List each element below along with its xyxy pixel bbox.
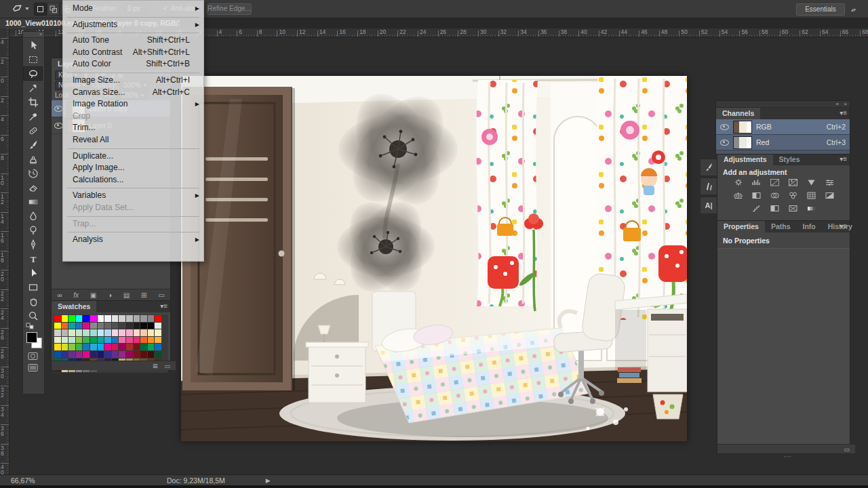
gradient-map-adjustment-icon[interactable] xyxy=(805,203,817,214)
color-swatch[interactable] xyxy=(83,315,90,322)
tab-swatches[interactable]: Swatches xyxy=(52,301,96,312)
status-options-arrow-icon[interactable]: ▶ xyxy=(266,477,271,484)
channel-visibility-eye-icon[interactable] xyxy=(720,140,729,146)
hand-tool[interactable] xyxy=(23,294,43,308)
new-layer-icon[interactable]: ⊞ xyxy=(141,291,146,299)
menu-item-analysis[interactable]: Analysis▶ xyxy=(63,234,203,246)
color-swatch[interactable] xyxy=(140,344,147,350)
color-swatch[interactable] xyxy=(134,315,140,322)
color-swatch[interactable] xyxy=(119,329,125,336)
lasso-tool[interactable] xyxy=(23,66,43,81)
new-selection-button[interactable] xyxy=(34,3,47,16)
photo-filter-adjustment-icon[interactable] xyxy=(768,190,781,201)
menu-item-auto-color[interactable]: Auto ColorShift+Ctrl+B xyxy=(63,58,203,70)
color-swatch[interactable] xyxy=(83,351,90,358)
pen-tool[interactable] xyxy=(23,237,43,251)
panel-menu-icon[interactable]: ▾≡ xyxy=(840,109,847,117)
color-swatch[interactable] xyxy=(54,315,61,322)
color-swatch[interactable] xyxy=(134,344,140,350)
color-swatch[interactable] xyxy=(126,329,133,336)
panel-menu-icon[interactable]: ▾≡ xyxy=(160,302,167,310)
color-swatch[interactable] xyxy=(119,315,125,322)
color-swatch[interactable] xyxy=(83,344,90,350)
color-swatch[interactable] xyxy=(140,351,147,358)
character-panel-collapsed-icon[interactable]: A| xyxy=(700,197,717,214)
path-selection-tool[interactable] xyxy=(23,266,43,280)
channel-mixer-adjustment-icon[interactable] xyxy=(787,190,799,201)
foreground-background-colors[interactable] xyxy=(23,330,43,350)
channel-visibility-eye-icon[interactable] xyxy=(720,124,729,130)
panel-menu-icon[interactable]: ▾≡ xyxy=(840,155,847,163)
color-swatch[interactable] xyxy=(90,315,97,322)
eraser-tool[interactable] xyxy=(23,180,43,195)
color-swatch[interactable] xyxy=(104,344,111,350)
color-swatch[interactable] xyxy=(76,344,83,350)
color-swatch[interactable] xyxy=(134,323,140,329)
rectangular-marquee-tool[interactable] xyxy=(23,52,43,66)
color-swatch[interactable] xyxy=(112,351,119,358)
color-swatch[interactable] xyxy=(98,351,104,358)
spot-healing-brush-tool[interactable] xyxy=(23,123,43,138)
tool-preset-caret-icon[interactable] xyxy=(25,7,29,10)
menu-item-duplicate[interactable]: Duplicate... xyxy=(63,150,203,163)
blur-tool[interactable] xyxy=(23,209,43,223)
color-swatch[interactable] xyxy=(90,351,97,358)
color-swatch[interactable] xyxy=(62,315,68,322)
color-swatch[interactable] xyxy=(126,351,133,358)
channel-row-red[interactable]: RedCtrl+3 xyxy=(716,135,850,150)
color-swatch[interactable] xyxy=(126,337,133,344)
color-swatch[interactable] xyxy=(155,329,161,336)
color-swatch[interactable] xyxy=(68,344,75,350)
brush-panel-collapsed-icon[interactable] xyxy=(700,159,717,176)
color-swatch[interactable] xyxy=(68,323,75,329)
color-swatch[interactable] xyxy=(98,329,104,336)
color-swatch[interactable] xyxy=(76,323,83,329)
color-swatch[interactable] xyxy=(112,329,119,336)
color-swatch[interactable] xyxy=(68,337,75,344)
color-swatch[interactable] xyxy=(83,337,90,344)
delete-layer-icon[interactable]: ▭ xyxy=(158,291,164,299)
menu-item-variables[interactable]: Variables▶ xyxy=(63,190,203,202)
channel-row-rgb[interactable]: RGBCtrl+2 xyxy=(716,119,850,135)
color-swatch[interactable] xyxy=(148,323,155,329)
delete-icon[interactable]: ▭ xyxy=(844,446,850,453)
menu-item-trim[interactable]: Trim... xyxy=(63,122,203,134)
color-swatch[interactable] xyxy=(83,323,90,329)
delete-swatch-icon[interactable]: ▭ xyxy=(164,363,170,369)
color-swatch[interactable] xyxy=(148,344,155,350)
color-swatch[interactable] xyxy=(104,323,111,329)
invert-adjustment-icon[interactable] xyxy=(823,190,835,201)
brush-presets-panel-collapsed-icon[interactable] xyxy=(700,178,717,195)
refine-edge-button[interactable]: Refine Edge... xyxy=(207,3,252,15)
color-swatch[interactable] xyxy=(54,323,61,329)
menu-item-apply-image[interactable]: Apply Image... xyxy=(63,162,203,174)
crop-tool[interactable] xyxy=(23,95,43,109)
group-icon[interactable]: ▤ xyxy=(123,291,130,299)
color-swatch[interactable] xyxy=(90,337,97,344)
color-swatch[interactable] xyxy=(62,344,68,350)
color-swatch[interactable] xyxy=(54,344,61,350)
new-swatch-icon[interactable]: ⊞ xyxy=(153,363,158,369)
menu-item-calculations[interactable]: Calculations... xyxy=(63,174,203,186)
curves-adjustment-icon[interactable] xyxy=(768,178,781,188)
zoom-tool[interactable] xyxy=(23,308,43,323)
color-swatch[interactable] xyxy=(76,337,83,344)
color-swatch[interactable] xyxy=(155,337,161,344)
link-icon[interactable]: ∞ xyxy=(57,291,62,299)
color-swatch[interactable] xyxy=(112,337,119,344)
threshold-adjustment-icon[interactable] xyxy=(768,203,781,214)
menu-item-reveal-all[interactable]: Reveal All xyxy=(63,134,203,146)
eyedropper-tool[interactable] xyxy=(23,109,43,123)
color-swatch[interactable] xyxy=(68,315,75,322)
menu-item-image-size[interactable]: Image Size...Alt+Ctrl+I xyxy=(63,75,203,87)
color-swatch[interactable] xyxy=(90,323,97,329)
tab-properties[interactable]: Properties xyxy=(717,221,765,232)
color-swatch[interactable] xyxy=(148,351,155,358)
tab-channels[interactable]: Channels xyxy=(716,108,760,119)
adjustment-layer-icon[interactable]: ◑ xyxy=(108,291,112,299)
layer-mask-icon[interactable]: ▣ xyxy=(90,291,96,299)
color-balance-adjustment-icon[interactable] xyxy=(732,190,744,201)
panel-menu-icon[interactable]: ▾≡ xyxy=(840,222,847,230)
collapse-panel-icon[interactable]: « xyxy=(836,101,839,107)
color-swatch[interactable] xyxy=(155,315,161,322)
